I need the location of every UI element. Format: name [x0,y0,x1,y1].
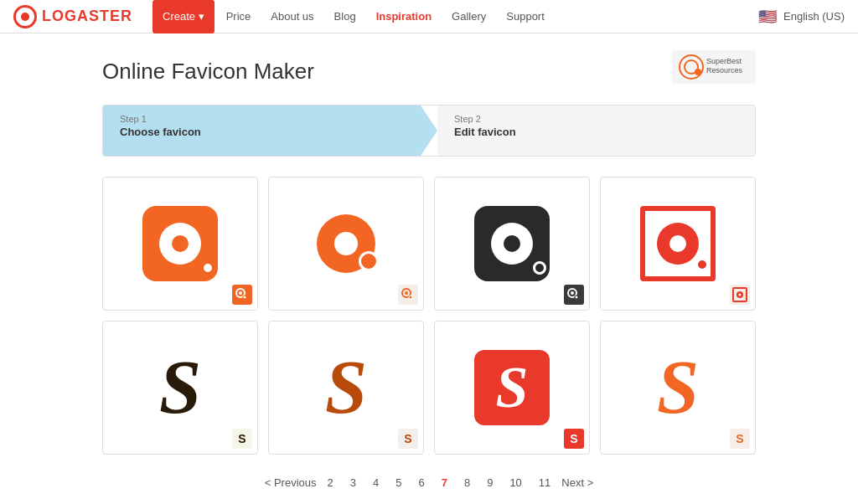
card-thumb-8: S [730,429,750,449]
page-5[interactable]: 5 [390,475,407,491]
nav-create[interactable]: Create ▾ [152,0,214,33]
favicon-icon-2 [308,206,384,281]
page-7-current[interactable]: 7 [436,475,453,491]
page-3[interactable]: 3 [344,475,362,491]
navbar: LOGASTER Create ▾ Price About us Blog In… [0,0,858,33]
svg-text:SuperBest: SuperBest [706,57,742,65]
small-dot-1 [201,261,214,275]
nav-blog[interactable]: Blog [326,0,364,33]
favicon-card-2[interactable] [268,177,424,311]
favicon-icon-5: S [159,350,201,425]
logo-circle-inner [21,13,29,21]
card-thumb-4 [730,285,750,305]
nav-inspiration[interactable]: Inspiration [368,0,440,33]
svg-point-12 [571,291,574,295]
flag-icon: 🇺🇸 [758,8,777,26]
step-1: Step 1 Choose favicon [103,105,421,156]
orange-circle-inner-4 [657,223,699,265]
nav-links: Create ▾ Price About us Blog Inspiration… [152,0,758,33]
nav-price[interactable]: Price [218,0,260,33]
favicon-card-8[interactable]: S S [600,321,756,455]
svg-point-10 [409,296,412,299]
card-thumb-6: S [398,429,418,449]
circle-large-2 [317,214,375,273]
pagination: < Previous 2 3 4 5 6 7 8 9 10 11 Next > [102,475,756,491]
svg-text:Resources: Resources [706,66,743,75]
svg-point-0 [680,55,703,79]
favicon-icon-4 [640,206,716,281]
step-arrow [421,105,437,156]
card-thumb-2 [398,285,418,305]
svg-point-2 [695,69,701,75]
nav-support[interactable]: Support [498,0,553,33]
page-content: SuperBest Resources Online Favicon Maker… [85,33,773,504]
favicon-icon-1 [142,206,218,281]
next-button[interactable]: Next > [561,476,593,489]
svg-point-13 [575,296,578,299]
page-8[interactable]: 8 [458,475,476,491]
favicon-card-3[interactable] [434,177,590,311]
logo-icon [13,5,37,28]
favicon-card-6[interactable]: S S [268,321,424,455]
step-2-label: Step 2 [454,114,738,124]
nav-right: 🇺🇸 English (US) [758,8,845,26]
white-circle-1 [159,223,201,265]
svg-point-16 [739,294,742,296]
white-circle-3 [491,223,533,265]
circle-inner-2 [334,232,358,255]
favicon-icon-6: S [325,350,367,425]
page-title: Online Favicon Maker [102,59,756,85]
nav-about-us[interactable]: About us [262,0,322,33]
page-9[interactable]: 9 [481,475,499,491]
partner-img: SuperBest Resources [672,50,756,84]
favicon-icon-8: S [657,350,699,425]
svg-point-9 [405,291,408,295]
step-2-name: Edit favicon [454,126,738,138]
page-6[interactable]: 6 [412,475,430,491]
page-2[interactable]: 2 [322,475,339,491]
logo-text: LOGASTER [42,8,132,25]
steps: Step 1 Choose favicon Step 2 Edit favico… [102,105,756,157]
step-2: Step 2 Edit favicon [437,105,755,156]
page-4[interactable]: 4 [367,475,385,491]
letter-s-white: S [496,358,529,417]
svg-point-6 [239,291,242,295]
step-1-label: Step 1 [120,114,404,124]
circle-small-2 [359,251,379,271]
orange-inner-1 [172,235,189,252]
favicon-card-5[interactable]: S S [102,321,258,455]
logo[interactable]: LOGASTER [13,5,132,28]
white-inner-4 [669,235,686,252]
small-dot-4 [695,258,709,271]
favicon-grid: S S S S S S S S [102,177,756,455]
favicon-card-1[interactable] [102,177,258,311]
favicon-icon-7: S [474,350,550,425]
partner-logo: SuperBest Resources [672,50,756,84]
dark-inner-3 [504,235,520,252]
card-thumb-7: S [564,429,584,449]
favicon-card-7[interactable]: S S [434,321,590,455]
prev-button[interactable]: < Previous [265,476,317,489]
nav-gallery[interactable]: Gallery [443,0,494,33]
step-1-name: Choose favicon [120,126,404,138]
favicon-icon-3 [474,206,550,281]
small-dot-3 [533,261,546,275]
page-11[interactable]: 11 [533,475,556,491]
page-10[interactable]: 10 [504,475,527,491]
language-selector[interactable]: English (US) [783,10,845,23]
card-thumb-3 [564,285,584,305]
card-thumb-1 [232,285,252,305]
svg-point-7 [243,296,246,299]
favicon-card-4[interactable] [600,177,756,311]
card-thumb-5: S [232,429,252,449]
